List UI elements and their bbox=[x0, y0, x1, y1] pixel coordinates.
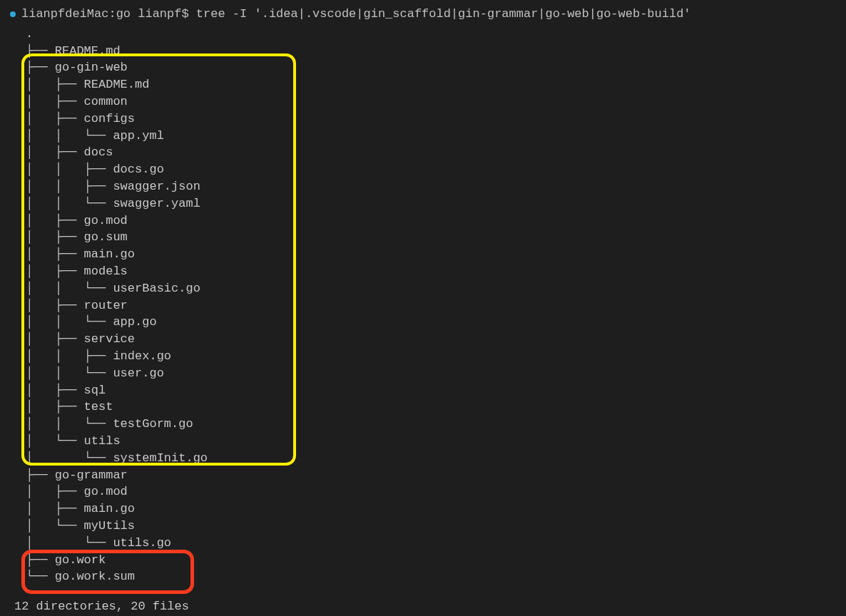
tree-line: │ ├── go.sum bbox=[26, 229, 846, 246]
tree-line: │ │ └── userBasic.go bbox=[26, 280, 846, 297]
tree-line: │ ├── sql bbox=[26, 382, 846, 399]
prompt-text: lianpfdeiMac:go lianpf$ tree -I '.idea|.… bbox=[21, 6, 691, 23]
tree-line: │ ├── go.mod bbox=[26, 212, 846, 230]
tree-line: │ ├── README.md bbox=[26, 76, 846, 93]
tree-line: │ ├── main.go bbox=[26, 246, 846, 263]
tree-line: │ └── systemInit.go bbox=[26, 450, 846, 467]
tree-output: . ├── README.md├── go-gin-web│ ├── READM… bbox=[10, 26, 846, 585]
tree-line: │ ├── service bbox=[26, 331, 846, 348]
tree-line: │ ├── docs bbox=[26, 144, 846, 161]
tree-line: │ │ ├── swagger.json bbox=[26, 178, 846, 195]
tree-line: │ │ └── app.go bbox=[26, 314, 846, 331]
terminal-prompt-line: lianpfdeiMac:go lianpf$ tree -I '.idea|.… bbox=[10, 6, 846, 23]
tree-line: ├── go-gin-web bbox=[26, 59, 846, 76]
prompt-bullet-icon bbox=[10, 11, 16, 17]
tree-line: └── go.work.sum bbox=[26, 568, 846, 585]
tree-line: ├── go-grammar bbox=[26, 467, 846, 484]
tree-root-dot: . bbox=[26, 26, 846, 43]
tree-line: ├── go.work bbox=[26, 552, 846, 569]
tree-summary: 12 directories, 20 files bbox=[10, 598, 846, 615]
tree-line: │ │ └── user.go bbox=[26, 365, 846, 382]
tree-line: │ │ └── testGorm.go bbox=[26, 416, 846, 433]
tree-line: │ ├── models bbox=[26, 263, 846, 280]
tree-line: │ │ └── swagger.yaml bbox=[26, 195, 846, 212]
tree-line: │ │ └── app.yml bbox=[26, 128, 846, 145]
tree-line: │ └── utils.go bbox=[26, 535, 846, 552]
tree-line: │ │ ├── docs.go bbox=[26, 161, 846, 178]
tree-line: │ ├── configs bbox=[26, 111, 846, 128]
tree-line: │ ├── main.go bbox=[26, 500, 846, 518]
tree-line: │ │ ├── index.go bbox=[26, 348, 846, 365]
tree-line: │ ├── go.mod bbox=[26, 483, 846, 500]
tree-line: │ └── myUtils bbox=[26, 518, 846, 535]
tree-line: │ └── utils bbox=[26, 433, 846, 450]
tree-line: │ ├── test bbox=[26, 399, 846, 416]
tree-line: │ ├── router bbox=[26, 297, 846, 314]
tree-line: ├── README.md bbox=[26, 43, 846, 60]
tree-line: │ ├── common bbox=[26, 93, 846, 111]
